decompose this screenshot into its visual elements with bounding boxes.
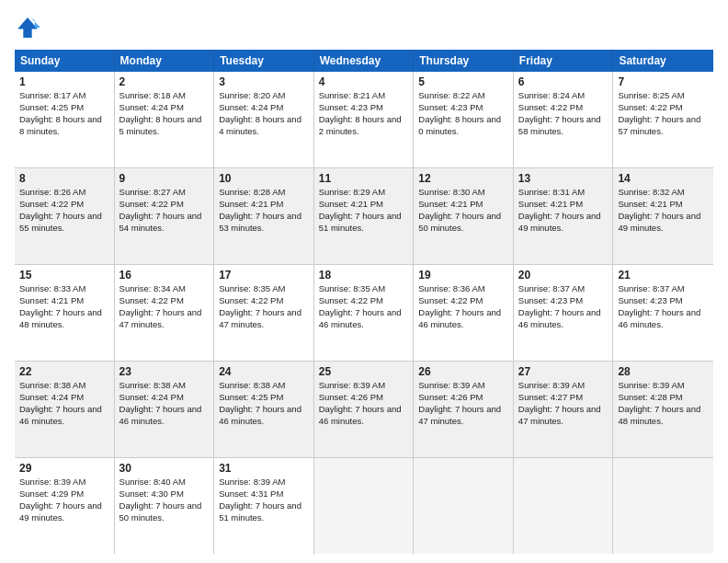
daylight-text: Daylight: 7 hours and 54 minutes. bbox=[119, 211, 202, 233]
day-number: 11 bbox=[319, 171, 409, 186]
calendar-body: 1Sunrise: 8:17 AMSunset: 4:25 PMDaylight… bbox=[15, 72, 713, 554]
sunrise-text: Sunrise: 8:18 AM bbox=[119, 90, 186, 100]
day-header-saturday: Saturday bbox=[613, 50, 713, 72]
calendar-row-3: 15Sunrise: 8:33 AMSunset: 4:21 PMDayligh… bbox=[15, 265, 713, 362]
day-cell-13: 13Sunrise: 8:31 AMSunset: 4:21 PMDayligh… bbox=[514, 168, 614, 264]
daylight-text: Daylight: 7 hours and 49 minutes. bbox=[19, 500, 102, 523]
day-number: 4 bbox=[319, 75, 409, 89]
daylight-text: Daylight: 7 hours and 58 minutes. bbox=[518, 114, 601, 136]
day-cell-1: 1Sunrise: 8:17 AMSunset: 4:25 PMDaylight… bbox=[15, 72, 115, 167]
daylight-text: Daylight: 7 hours and 47 minutes. bbox=[518, 404, 601, 426]
day-number: 13 bbox=[518, 171, 609, 186]
sunrise-text: Sunrise: 8:25 AM bbox=[618, 90, 684, 100]
daylight-text: Daylight: 7 hours and 46 minutes. bbox=[418, 307, 501, 329]
sunrise-text: Sunrise: 8:31 AM bbox=[518, 187, 585, 197]
day-number: 16 bbox=[119, 268, 210, 282]
sunset-text: Sunset: 4:26 PM bbox=[418, 392, 483, 402]
day-cell-11: 11Sunrise: 8:29 AMSunset: 4:21 PMDayligh… bbox=[314, 168, 415, 264]
sunset-text: Sunset: 4:22 PM bbox=[518, 102, 583, 112]
day-number: 10 bbox=[219, 171, 309, 186]
day-cell-2: 2Sunrise: 8:18 AMSunset: 4:24 PMDaylight… bbox=[115, 72, 215, 167]
sunset-text: Sunset: 4:21 PM bbox=[319, 199, 383, 209]
daylight-text: Daylight: 8 hours and 2 minutes. bbox=[319, 114, 402, 136]
daylight-text: Daylight: 7 hours and 53 minutes. bbox=[219, 211, 301, 233]
day-cell-23: 23Sunrise: 8:38 AMSunset: 4:24 PMDayligh… bbox=[115, 362, 215, 457]
day-cell-20: 20Sunrise: 8:37 AMSunset: 4:23 PMDayligh… bbox=[514, 265, 614, 361]
sunset-text: Sunset: 4:24 PM bbox=[19, 392, 84, 402]
sunrise-text: Sunrise: 8:17 AM bbox=[19, 90, 85, 100]
sunrise-text: Sunrise: 8:20 AM bbox=[219, 90, 285, 100]
daylight-text: Daylight: 7 hours and 46 minutes. bbox=[618, 307, 700, 329]
day-number: 20 bbox=[518, 268, 609, 282]
sunset-text: Sunset: 4:21 PM bbox=[19, 295, 84, 305]
day-cell-27: 27Sunrise: 8:39 AMSunset: 4:27 PMDayligh… bbox=[514, 362, 614, 457]
empty-cell bbox=[514, 458, 614, 554]
daylight-text: Daylight: 7 hours and 46 minutes. bbox=[518, 307, 601, 329]
day-number: 24 bbox=[219, 364, 309, 379]
sunset-text: Sunset: 4:22 PM bbox=[219, 295, 283, 305]
sunrise-text: Sunrise: 8:37 AM bbox=[518, 283, 585, 293]
day-cell-21: 21Sunrise: 8:37 AMSunset: 4:23 PMDayligh… bbox=[613, 265, 713, 361]
sunrise-text: Sunrise: 8:35 AM bbox=[319, 283, 385, 293]
sunrise-text: Sunrise: 8:39 AM bbox=[518, 380, 585, 390]
sunrise-text: Sunrise: 8:38 AM bbox=[119, 380, 186, 390]
sunrise-text: Sunrise: 8:24 AM bbox=[518, 90, 585, 100]
sunrise-text: Sunrise: 8:35 AM bbox=[219, 283, 285, 293]
day-number: 14 bbox=[618, 171, 709, 186]
daylight-text: Daylight: 8 hours and 5 minutes. bbox=[119, 114, 202, 136]
day-cell-6: 6Sunrise: 8:24 AMSunset: 4:22 PMDaylight… bbox=[514, 72, 614, 167]
day-number: 3 bbox=[219, 75, 309, 89]
calendar-row-2: 8Sunrise: 8:26 AMSunset: 4:22 PMDaylight… bbox=[15, 168, 713, 265]
sunset-text: Sunset: 4:22 PM bbox=[319, 295, 383, 305]
day-number: 25 bbox=[319, 364, 409, 379]
empty-cell bbox=[414, 458, 514, 554]
sunset-text: Sunset: 4:23 PM bbox=[319, 102, 383, 112]
sunset-text: Sunset: 4:27 PM bbox=[518, 392, 583, 402]
day-cell-24: 24Sunrise: 8:38 AMSunset: 4:25 PMDayligh… bbox=[214, 362, 314, 457]
day-header-thursday: Thursday bbox=[414, 50, 514, 72]
sunset-text: Sunset: 4:22 PM bbox=[618, 102, 682, 112]
day-cell-18: 18Sunrise: 8:35 AMSunset: 4:22 PMDayligh… bbox=[314, 265, 415, 361]
day-cell-19: 19Sunrise: 8:36 AMSunset: 4:22 PMDayligh… bbox=[414, 265, 514, 361]
day-cell-17: 17Sunrise: 8:35 AMSunset: 4:22 PMDayligh… bbox=[214, 265, 314, 361]
day-number: 8 bbox=[19, 171, 109, 186]
day-number: 6 bbox=[518, 75, 609, 89]
sunrise-text: Sunrise: 8:22 AM bbox=[418, 90, 484, 100]
daylight-text: Daylight: 7 hours and 49 minutes. bbox=[618, 211, 700, 233]
day-cell-5: 5Sunrise: 8:22 AMSunset: 4:23 PMDaylight… bbox=[414, 72, 514, 167]
daylight-text: Daylight: 8 hours and 0 minutes. bbox=[418, 114, 501, 136]
day-number: 23 bbox=[119, 364, 210, 379]
calendar-row-5: 29Sunrise: 8:39 AMSunset: 4:29 PMDayligh… bbox=[15, 458, 713, 554]
daylight-text: Daylight: 7 hours and 57 minutes. bbox=[618, 114, 700, 136]
daylight-text: Daylight: 7 hours and 47 minutes. bbox=[119, 307, 202, 329]
daylight-text: Daylight: 7 hours and 55 minutes. bbox=[19, 211, 102, 233]
sunrise-text: Sunrise: 8:39 AM bbox=[618, 380, 684, 390]
sunrise-text: Sunrise: 8:38 AM bbox=[219, 380, 285, 390]
sunrise-text: Sunrise: 8:28 AM bbox=[219, 187, 285, 197]
daylight-text: Daylight: 7 hours and 50 minutes. bbox=[418, 211, 501, 233]
day-number: 5 bbox=[418, 75, 508, 89]
day-number: 9 bbox=[119, 171, 210, 186]
logo-icon bbox=[15, 15, 40, 40]
daylight-text: Daylight: 7 hours and 48 minutes. bbox=[19, 307, 102, 329]
day-number: 28 bbox=[618, 364, 709, 379]
sunrise-text: Sunrise: 8:37 AM bbox=[618, 283, 684, 293]
daylight-text: Daylight: 7 hours and 46 minutes. bbox=[119, 404, 202, 426]
calendar-row-4: 22Sunrise: 8:38 AMSunset: 4:24 PMDayligh… bbox=[15, 362, 713, 458]
day-cell-31: 31Sunrise: 8:39 AMSunset: 4:31 PMDayligh… bbox=[214, 458, 314, 554]
sunset-text: Sunset: 4:24 PM bbox=[119, 102, 184, 112]
day-cell-15: 15Sunrise: 8:33 AMSunset: 4:21 PMDayligh… bbox=[15, 265, 115, 361]
day-header-friday: Friday bbox=[514, 50, 614, 72]
sunrise-text: Sunrise: 8:38 AM bbox=[19, 380, 85, 390]
day-cell-12: 12Sunrise: 8:30 AMSunset: 4:21 PMDayligh… bbox=[414, 168, 514, 264]
day-cell-25: 25Sunrise: 8:39 AMSunset: 4:26 PMDayligh… bbox=[314, 362, 415, 457]
sunrise-text: Sunrise: 8:30 AM bbox=[418, 187, 484, 197]
day-cell-30: 30Sunrise: 8:40 AMSunset: 4:30 PMDayligh… bbox=[115, 458, 215, 554]
day-cell-22: 22Sunrise: 8:38 AMSunset: 4:24 PMDayligh… bbox=[15, 362, 115, 457]
sunrise-text: Sunrise: 8:33 AM bbox=[19, 283, 85, 293]
calendar-row-1: 1Sunrise: 8:17 AMSunset: 4:25 PMDaylight… bbox=[15, 72, 713, 168]
day-number: 21 bbox=[618, 268, 709, 282]
day-header-tuesday: Tuesday bbox=[214, 50, 314, 72]
sunset-text: Sunset: 4:22 PM bbox=[418, 295, 483, 305]
sunset-text: Sunset: 4:30 PM bbox=[119, 488, 184, 499]
